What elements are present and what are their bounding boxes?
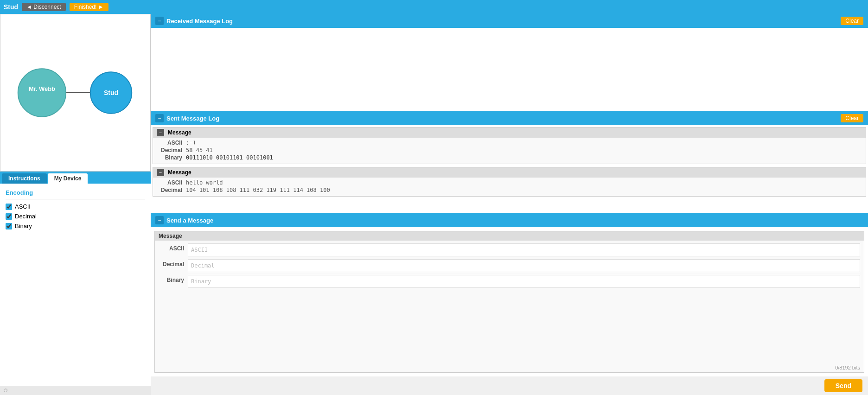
binary-checkbox-row: Binary: [6, 223, 145, 229]
decimal-checkbox-row: Decimal: [6, 213, 145, 220]
received-log-content: [151, 28, 868, 111]
network-svg: Mr. Webb Stud: [0, 14, 150, 171]
decimal-field-label: Decimal: [159, 259, 184, 268]
binary-field-row: Binary: [159, 275, 860, 288]
decimal-field-row: Decimal: [159, 259, 860, 272]
main-layout: Mr. Webb Stud Instructions My Device Enc…: [0, 14, 868, 395]
right-panel: − Received Message Log Clear − Sent Mess…: [151, 14, 868, 395]
network-diagram: Mr. Webb Stud: [0, 14, 151, 172]
sent-log-clear-btn[interactable]: Clear: [841, 114, 863, 122]
tab-instructions[interactable]: Instructions: [2, 173, 47, 184]
sent-log-header: − Sent Message Log Clear: [151, 111, 868, 125]
msg-collapse-btn-1[interactable]: −: [157, 169, 164, 176]
received-log-collapse-btn[interactable]: −: [155, 17, 164, 25]
msg-label-0: Message: [168, 129, 191, 136]
finished-button[interactable]: Finished! ►: [70, 3, 108, 11]
encoding-divider: [6, 199, 145, 199]
received-log-clear-btn[interactable]: Clear: [841, 17, 863, 25]
send-message-section: − Send a Message Message ASCII Decimal: [151, 213, 868, 395]
table-row: − Message ASCII:-)Decimal58 45 41Binary0…: [153, 127, 866, 164]
received-log-header: − Received Message Log Clear: [151, 14, 868, 28]
left-panel: Mr. Webb Stud Instructions My Device Enc…: [0, 14, 151, 395]
binary-checkbox[interactable]: [6, 223, 12, 229]
encoding-title: Encoding: [6, 189, 145, 196]
send-msg-header: Message: [155, 231, 864, 241]
sent-log-collapse-btn[interactable]: −: [155, 114, 164, 122]
disconnect-button[interactable]: ◄ Disconnect: [22, 3, 66, 11]
svg-text:Stud: Stud: [104, 89, 118, 96]
ascii-checkbox-row: ASCII: [6, 203, 145, 210]
bits-counter: 0/8192 bits: [155, 364, 864, 372]
copyright: ©: [0, 386, 151, 395]
ascii-field-label: ASCII: [159, 243, 184, 252]
svg-text:Mr. Webb: Mr. Webb: [29, 85, 55, 92]
received-log-section: − Received Message Log Clear: [151, 14, 868, 111]
table-row: − Message ASCIIhello worldDecimal104 101…: [153, 167, 866, 197]
send-content: Message ASCII Decimal Binary: [151, 227, 868, 376]
binary-label: Binary: [15, 223, 32, 229]
send-footer: Send: [151, 376, 868, 395]
sent-log-content: − Message ASCII:-)Decimal58 45 41Binary0…: [151, 125, 868, 213]
tab-mydevice[interactable]: My Device: [48, 173, 88, 184]
tabs-area: Instructions My Device Encoding ASCII De…: [0, 172, 151, 395]
ascii-label: ASCII: [15, 203, 31, 210]
binary-field-label: Binary: [159, 275, 184, 283]
ascii-field-row: ASCII: [159, 243, 860, 256]
sent-log-title: Sent Message Log: [166, 115, 219, 122]
send-fields: ASCII Decimal Binary: [155, 241, 864, 364]
binary-input[interactable]: [188, 275, 860, 288]
top-bar: Stud ◄ Disconnect Finished! ►: [0, 0, 868, 14]
msg-label-1: Message: [168, 169, 191, 176]
send-message-collapse-btn[interactable]: −: [155, 216, 164, 224]
send-message-box: Message ASCII Decimal Binary: [154, 231, 864, 373]
send-button[interactable]: Send: [824, 379, 862, 392]
decimal-label: Decimal: [15, 213, 37, 220]
ascii-input[interactable]: [188, 243, 860, 256]
app-title: Stud: [4, 3, 18, 11]
send-message-header: − Send a Message: [151, 213, 868, 227]
sent-log-section: − Sent Message Log Clear − Message ASCII…: [151, 111, 868, 213]
decimal-checkbox[interactable]: [6, 213, 12, 220]
decimal-input[interactable]: [188, 259, 860, 272]
received-log-title: Received Message Log: [166, 18, 233, 25]
send-message-title: Send a Message: [166, 217, 213, 224]
tab-mydevice-content: Encoding ASCII Decimal Binary: [0, 184, 151, 386]
msg-collapse-btn-0[interactable]: −: [157, 129, 164, 136]
ascii-checkbox[interactable]: [6, 204, 12, 210]
svg-point-1: [18, 69, 66, 116]
tabs-header: Instructions My Device: [0, 172, 151, 184]
